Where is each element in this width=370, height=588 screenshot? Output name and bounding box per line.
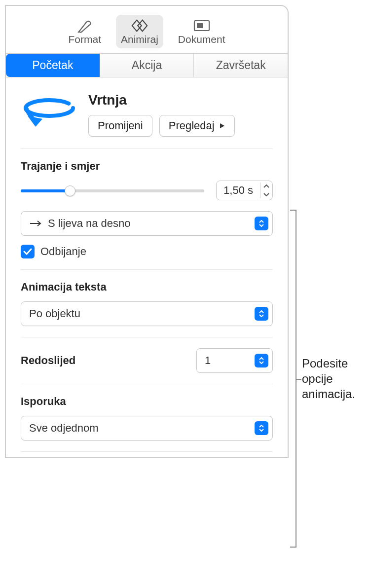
bounce-checkbox[interactable]: Odbijanje bbox=[21, 245, 273, 258]
document-label: Dokument bbox=[178, 34, 225, 45]
duration-value: 1,50 s bbox=[217, 181, 260, 200]
effect-title: Vrtnja bbox=[88, 92, 273, 108]
inspector-panel: Format Animiraj Dokument Početak Akcija … bbox=[5, 5, 289, 458]
duration-section: Trajanje i smjer 1,50 s bbox=[21, 149, 273, 270]
presentation-icon bbox=[192, 18, 211, 34]
play-icon bbox=[219, 119, 225, 132]
updown-caret-icon bbox=[255, 354, 268, 368]
preview-button[interactable]: Pregledaj bbox=[159, 115, 235, 137]
direction-select[interactable]: S lijeva na desno bbox=[21, 211, 273, 236]
animate-tab[interactable]: Animiraj bbox=[116, 15, 163, 48]
text-anim-select[interactable]: Po objektu bbox=[21, 301, 273, 326]
animate-label: Animiraj bbox=[121, 34, 158, 45]
order-label: Redoslijed bbox=[21, 354, 75, 367]
duration-controls: 1,50 s bbox=[21, 181, 273, 200]
diamonds-icon bbox=[130, 18, 149, 34]
change-button[interactable]: Promijeni bbox=[88, 115, 152, 137]
tab-end[interactable]: Završetak bbox=[194, 54, 288, 77]
svg-point-2 bbox=[26, 100, 73, 116]
stepper-down-icon[interactable] bbox=[260, 190, 272, 198]
bracket-icon bbox=[290, 210, 294, 548]
delivery-value: Sve odjednom bbox=[29, 422, 99, 435]
duration-slider[interactable] bbox=[21, 185, 204, 196]
content: Vrtnja Promijeni Pregledaj Trajanje i sm… bbox=[6, 77, 288, 457]
spin-icon bbox=[21, 92, 77, 137]
svg-rect-1 bbox=[197, 23, 203, 28]
effect-header: Vrtnja Promijeni Pregledaj bbox=[21, 92, 273, 149]
text-anim-section: Animacija teksta Po objektu bbox=[21, 270, 273, 337]
document-tab[interactable]: Dokument bbox=[173, 15, 230, 48]
paintbrush-icon bbox=[75, 18, 94, 34]
updown-caret-icon bbox=[255, 307, 268, 321]
callout: Podesite opcije animacija. bbox=[290, 210, 370, 548]
format-tab[interactable]: Format bbox=[63, 15, 106, 48]
animation-tabs: Početak Akcija Završetak bbox=[6, 53, 288, 77]
duration-label: Trajanje i smjer bbox=[21, 160, 273, 173]
delivery-section: Isporuka Sve odjednom bbox=[21, 384, 273, 452]
bounce-label: Odbijanje bbox=[40, 245, 86, 258]
direction-value: S lijeva na desno bbox=[48, 217, 131, 230]
checkbox-checked-icon bbox=[21, 245, 35, 258]
callout-text: Podesite opcije animacija. bbox=[302, 356, 370, 402]
delivery-select[interactable]: Sve odjednom bbox=[21, 416, 273, 441]
format-label: Format bbox=[68, 34, 101, 45]
toolbar: Format Animiraj Dokument bbox=[6, 6, 288, 53]
order-value: 1 bbox=[205, 354, 211, 367]
order-select[interactable]: 1 bbox=[196, 348, 273, 373]
updown-caret-icon bbox=[255, 421, 268, 435]
duration-stepper[interactable]: 1,50 s bbox=[216, 181, 273, 200]
tab-start[interactable]: Početak bbox=[6, 54, 100, 77]
updown-caret-icon bbox=[255, 217, 268, 230]
effect-buttons: Promijeni Pregledaj bbox=[88, 115, 273, 137]
delivery-label: Isporuka bbox=[21, 395, 273, 408]
effect-info: Vrtnja Promijeni Pregledaj bbox=[88, 92, 273, 137]
arrow-right-icon bbox=[29, 217, 42, 230]
stepper-up-icon[interactable] bbox=[260, 183, 272, 190]
preview-label: Pregledaj bbox=[169, 119, 215, 132]
text-anim-label: Animacija teksta bbox=[21, 281, 273, 294]
order-section: Redoslijed 1 bbox=[21, 337, 273, 384]
text-anim-value: Po objektu bbox=[29, 307, 80, 320]
tab-action[interactable]: Akcija bbox=[100, 54, 194, 77]
